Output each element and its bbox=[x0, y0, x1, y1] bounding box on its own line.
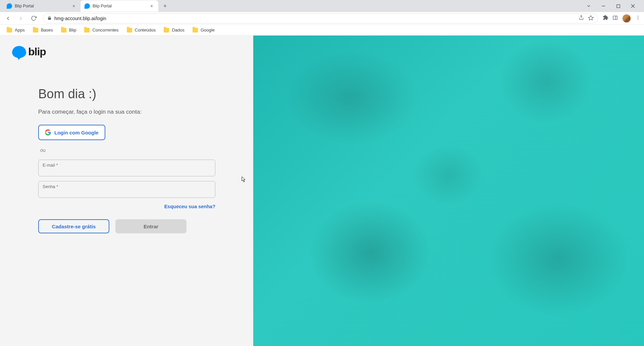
bookmarks-bar: Apps Bases Blip Concorrentes Conteúdos D… bbox=[0, 25, 644, 36]
google-login-button[interactable]: Login com Google bbox=[38, 125, 105, 140]
svg-marker-5 bbox=[588, 15, 593, 20]
browser-tab-1[interactable]: Blip Portal × bbox=[80, 0, 158, 12]
url-text: hmg-account.blip.ai/login bbox=[54, 16, 106, 21]
folder-icon bbox=[61, 28, 66, 33]
google-icon bbox=[45, 129, 51, 135]
back-button[interactable] bbox=[3, 14, 13, 23]
blip-bubble-icon bbox=[12, 46, 26, 58]
close-icon[interactable]: × bbox=[71, 3, 76, 9]
google-login-label: Login com Google bbox=[54, 130, 99, 135]
bookmark-item[interactable]: Apps bbox=[3, 26, 28, 34]
folder-icon bbox=[84, 28, 90, 33]
browser-chrome: Blip Portal × Blip Portal × + bbox=[0, 0, 644, 36]
bookmark-item[interactable]: Concorrentes bbox=[81, 26, 122, 34]
bookmark-item[interactable]: Google bbox=[189, 26, 218, 34]
reload-button[interactable] bbox=[29, 14, 38, 23]
favicon-icon bbox=[85, 3, 90, 9]
login-pane: blip Bom dia :) Para começar, faça o log… bbox=[0, 36, 253, 346]
browser-toolbar: hmg-account.blip.ai/login bbox=[0, 12, 644, 25]
lock-icon bbox=[47, 16, 52, 21]
email-field-wrapper[interactable]: E-mail * bbox=[38, 160, 215, 176]
svg-point-9 bbox=[638, 17, 638, 18]
svg-rect-1 bbox=[616, 4, 620, 7]
hero-image-pane bbox=[253, 36, 644, 346]
folder-icon bbox=[193, 28, 198, 33]
folder-icon bbox=[33, 28, 38, 33]
bookmark-item[interactable]: Dados bbox=[160, 26, 188, 34]
logo-text: blip bbox=[28, 46, 46, 58]
star-icon[interactable] bbox=[588, 15, 594, 22]
svg-rect-6 bbox=[613, 16, 617, 19]
favicon-icon bbox=[7, 3, 12, 9]
password-input[interactable] bbox=[43, 189, 211, 196]
brand-logo: blip bbox=[12, 46, 241, 58]
svg-point-8 bbox=[638, 16, 638, 16]
svg-point-10 bbox=[638, 19, 638, 19]
signup-button[interactable]: Cadastre-se grátis bbox=[38, 219, 109, 233]
chevron-down-icon[interactable] bbox=[584, 1, 594, 11]
window-controls bbox=[584, 1, 641, 11]
folder-icon bbox=[7, 28, 12, 33]
greeting-heading: Bom dia :) bbox=[38, 87, 227, 101]
email-input[interactable] bbox=[43, 167, 211, 175]
new-tab-button[interactable]: + bbox=[160, 1, 170, 11]
cursor-icon bbox=[241, 176, 246, 183]
browser-tab-0[interactable]: Blip Portal × bbox=[3, 0, 80, 12]
forgot-password-link[interactable]: Esqueceu sua senha? bbox=[38, 204, 215, 209]
folder-icon bbox=[127, 28, 132, 33]
share-icon[interactable] bbox=[579, 15, 584, 21]
tab-title: Blip Portal bbox=[93, 4, 146, 8]
page-content: blip Bom dia :) Para começar, faça o log… bbox=[0, 36, 644, 346]
tab-title: Blip Portal bbox=[15, 4, 68, 8]
password-label: Senha * bbox=[43, 184, 58, 189]
enter-button[interactable]: Entrar bbox=[115, 219, 186, 233]
bookmark-item[interactable]: Bases bbox=[30, 26, 56, 34]
forward-button[interactable] bbox=[16, 14, 25, 23]
minimize-icon[interactable] bbox=[598, 1, 608, 11]
bookmark-item[interactable]: Conteúdos bbox=[123, 26, 159, 34]
address-bar[interactable]: hmg-account.blip.ai/login bbox=[43, 13, 598, 23]
email-label: E-mail * bbox=[43, 163, 58, 168]
side-panel-icon[interactable] bbox=[612, 15, 618, 22]
action-buttons: Cadastre-se grátis Entrar bbox=[38, 219, 227, 233]
tab-strip: Blip Portal × Blip Portal × + bbox=[0, 0, 644, 12]
password-field-wrapper[interactable]: Senha * bbox=[38, 181, 215, 198]
maximize-icon[interactable] bbox=[613, 1, 623, 11]
or-separator: ou bbox=[40, 148, 227, 153]
window-close-icon[interactable] bbox=[628, 1, 638, 11]
close-icon[interactable]: × bbox=[149, 3, 154, 9]
profile-avatar[interactable] bbox=[622, 14, 631, 23]
kebab-menu-icon[interactable] bbox=[635, 15, 641, 22]
bookmark-item[interactable]: Blip bbox=[58, 26, 80, 34]
extensions-icon[interactable] bbox=[603, 15, 608, 22]
folder-icon bbox=[164, 28, 169, 33]
login-subtitle: Para começar, faça o login na sua conta: bbox=[38, 109, 227, 115]
